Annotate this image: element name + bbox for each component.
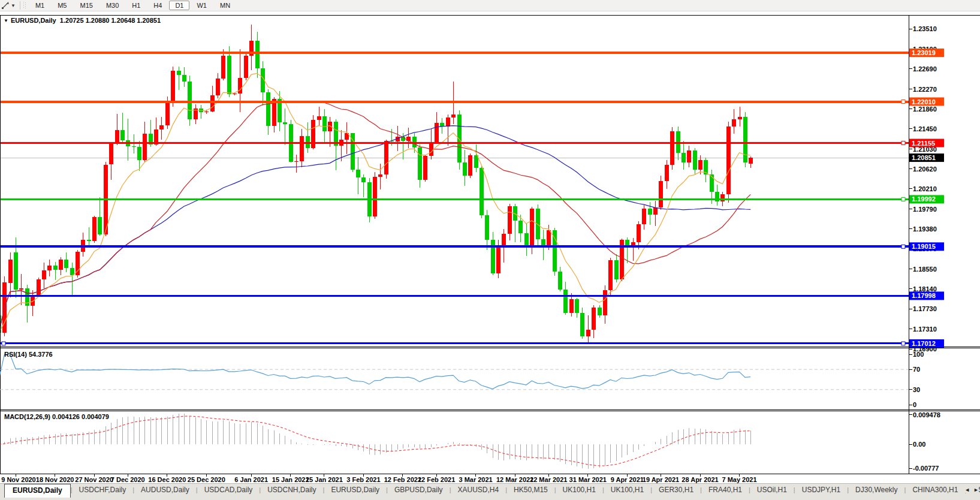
candle-body <box>210 95 215 112</box>
candle-body <box>496 248 500 274</box>
date-axis-label: 25 Dec 2020 <box>188 476 225 483</box>
timeframe-button-H4[interactable]: H4 <box>147 1 168 10</box>
candle-body <box>749 158 753 164</box>
timeframe-button-M15[interactable]: M15 <box>74 1 98 10</box>
candle-body <box>485 215 489 240</box>
chart-tab-GER30-H1[interactable]: GER30,H1 <box>652 484 700 496</box>
candle-body <box>530 209 534 248</box>
line-studies-dropdown-icon[interactable]: ▼ <box>11 3 18 8</box>
chart-tab-USDCNH-Daily[interactable]: USDCNH,Daily <box>261 484 322 496</box>
timeframe-toolbar: ▼ M1M5M15M30H1H4D1W1MN <box>0 0 980 11</box>
chart-tab-CHINA300-H1[interactable]: CHINA300,H1 <box>906 484 964 496</box>
price-axis-label: 1.18140 <box>913 285 937 293</box>
price-axis-label: 1.19790 <box>913 206 937 213</box>
hline-handle[interactable] <box>901 100 905 104</box>
chart-tab-AUDUSD-Daily[interactable]: AUDUSD,Daily <box>134 484 196 496</box>
price-axis-label: 100 <box>913 351 924 358</box>
price-axis-label: 0 <box>913 401 916 408</box>
hline-handle[interactable] <box>2 342 5 345</box>
timeframe-button-M5[interactable]: M5 <box>52 1 73 10</box>
date-axis-label: 9 Apr 2021 <box>611 476 644 483</box>
candle-body <box>418 147 422 179</box>
chart-tab-EURUSD-Daily[interactable]: EURUSD,Daily <box>324 484 386 496</box>
candle-body <box>378 174 382 177</box>
chart-tab-USDJPY-H1[interactable]: USDJPY,H1 <box>795 484 847 496</box>
candle-body <box>115 130 119 143</box>
candle-body <box>732 119 736 126</box>
rsi-panel <box>0 354 909 390</box>
candle-body <box>435 123 439 142</box>
candle-body <box>294 161 298 162</box>
chart-tab-XAUUSD-H4[interactable]: XAUUSD,H4 <box>451 484 505 496</box>
chart-tab-USDCHF-Daily[interactable]: USDCHF,Daily <box>73 484 133 496</box>
price-axis-label: 1.21860 <box>913 106 937 113</box>
candle-body <box>637 224 641 242</box>
chart-tab-HK50-M15[interactable]: HK50,M15 <box>507 484 554 496</box>
candle-body <box>120 130 125 140</box>
price-axis-label: 1.22270 <box>913 86 937 93</box>
tab-scroll-right-icon[interactable]: ► <box>973 487 979 493</box>
candle-body <box>109 143 113 165</box>
date-axis-label: 27 Nov 2020 <box>75 476 113 483</box>
chart-tab-EURUSD-Daily[interactable]: EURUSD,Daily <box>4 484 71 498</box>
candle-body <box>670 131 674 165</box>
timeframe-button-D1[interactable]: D1 <box>169 1 189 10</box>
hline-handle[interactable] <box>901 141 905 145</box>
candle-body <box>659 181 663 207</box>
candle-body <box>317 116 321 121</box>
chart-canvas[interactable]: 1.235101.231001.226901.222701.218601.214… <box>0 15 980 483</box>
price-axis: 1.235101.231001.226901.222701.218601.214… <box>909 25 944 472</box>
timeframe-button-W1[interactable]: W1 <box>191 1 213 10</box>
date-axis-label: 7 Dec 2020 <box>111 476 145 483</box>
date-axis-label: 3 Feb 2021 <box>346 476 380 483</box>
candle-body <box>743 117 747 163</box>
candle-body <box>423 156 427 180</box>
date-axis-label: 3 Mar 2021 <box>459 476 492 483</box>
candle-body <box>37 279 41 295</box>
candle-body <box>518 221 523 233</box>
candle-body <box>132 146 136 147</box>
date-axis-label: 16 Dec 2020 <box>148 476 186 483</box>
candle-body <box>603 290 607 315</box>
price-axis-label: 1.17310 <box>913 326 937 333</box>
price-axis-label: 1.18550 <box>913 266 937 273</box>
candle-body <box>356 170 360 178</box>
line-studies-icon[interactable] <box>0 1 11 10</box>
hline-price-label: 1.17998 <box>912 292 936 299</box>
date-axis-label: 19 Apr 2021 <box>643 476 679 483</box>
hline-handle[interactable] <box>901 245 905 248</box>
tab-scroll-left-icon[interactable]: ◄ <box>964 487 970 493</box>
tab-scroll-buttons: ◄ ► <box>962 487 979 493</box>
candle-body <box>177 71 181 75</box>
candle-body <box>648 209 652 215</box>
candle-body <box>59 260 63 270</box>
date-axis-label: 22 Mar 2021 <box>530 476 567 483</box>
chart-dropdown-icon[interactable]: ▼ <box>4 18 8 23</box>
timeframe-button-MN[interactable]: MN <box>214 1 236 10</box>
timeframe-button-H1[interactable]: H1 <box>126 1 146 10</box>
candle-body <box>204 112 209 112</box>
chart-tab-USDCAD-Daily[interactable]: USDCAD,Daily <box>198 484 260 496</box>
chart-tab-UK100-H1[interactable]: UK100,H1 <box>604 484 650 496</box>
toolbar-grip-handle[interactable] <box>23 2 26 9</box>
candle-body <box>580 313 584 337</box>
chart-tab-FRA40-H1[interactable]: FRA40,H1 <box>702 484 749 496</box>
chart-tab-USOil-H1[interactable]: USOil,H1 <box>750 484 794 496</box>
candle-body <box>653 207 658 215</box>
candle-body <box>47 266 52 270</box>
candle-body <box>682 153 686 162</box>
candle-body <box>665 165 669 181</box>
price-axis-label: 1.22690 <box>913 65 937 73</box>
candle-body <box>614 260 619 279</box>
candle-body <box>227 56 231 95</box>
hline-handle[interactable] <box>901 197 905 201</box>
timeframe-button-M1[interactable]: M1 <box>29 1 50 10</box>
timeframe-button-M30[interactable]: M30 <box>100 1 125 10</box>
chart-tab-UK100-H1[interactable]: UK100,H1 <box>556 484 602 496</box>
chart-tab-DJ30-Weekly[interactable]: DJ30,Weekly <box>849 484 904 496</box>
candle-body <box>592 308 596 330</box>
hline-handle[interactable] <box>901 342 905 345</box>
chart-tab-GBPUSD-Daily[interactable]: GBPUSD,Daily <box>388 484 450 496</box>
horizontal-lines <box>0 53 909 345</box>
candle-body <box>255 41 260 68</box>
